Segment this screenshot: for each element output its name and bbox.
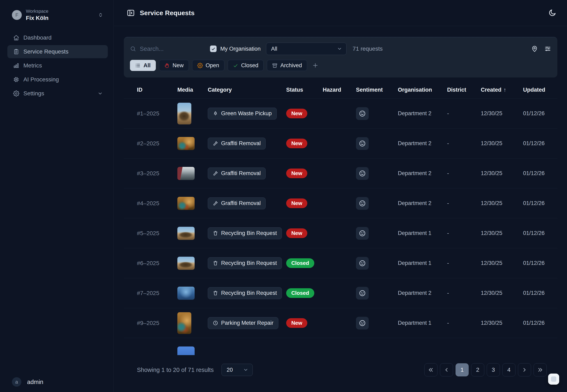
column-header-status[interactable]: Status	[286, 87, 323, 93]
media-thumbnail[interactable]	[177, 227, 194, 240]
district-cell: -	[447, 140, 481, 147]
filter-tab-archived[interactable]: Archived	[267, 60, 307, 71]
table-row[interactable]: #9–2025Parking Meter RepairNewDepartment…	[124, 308, 557, 338]
search-input[interactable]	[140, 45, 201, 52]
request-id: #7–2025	[137, 290, 177, 296]
media-thumbnail[interactable]	[177, 137, 194, 150]
table-row[interactable]: #6–2025Recycling Bin RequestClosedDepart…	[124, 248, 557, 278]
request-id: #2–2025	[137, 140, 177, 147]
page-header: Service Requests	[114, 0, 567, 26]
workspace-switcher[interactable]: F Workspace Fix Köln	[12, 9, 103, 21]
table-row-partial[interactable]	[124, 338, 557, 355]
sidebar-item-ai-processing[interactable]: AI Processing	[7, 73, 108, 86]
filter-tab-closed[interactable]: Closed	[228, 60, 264, 71]
column-header-updated[interactable]: Updated	[523, 87, 557, 93]
page-size-select[interactable]: 20	[222, 364, 253, 376]
clock-icon	[213, 320, 218, 326]
page-button-2[interactable]: 2	[471, 363, 484, 377]
table-row[interactable]: #1–2025Green Waste PickupNewDepartment 2…	[124, 98, 557, 128]
sentiment-neutral-button[interactable]	[356, 137, 369, 150]
meh-icon	[359, 110, 366, 117]
widget-logo	[551, 377, 556, 382]
column-header-id[interactable]: ID	[137, 87, 177, 93]
filter-tab-label: Archived	[280, 62, 302, 69]
table-row[interactable]: #5–2025Recycling Bin RequestNewDepartmen…	[124, 218, 557, 248]
column-header-created[interactable]: Created↑	[481, 87, 523, 93]
sidebar-item-settings[interactable]: Settings	[7, 87, 108, 100]
user-menu[interactable]: a admin	[12, 377, 43, 387]
table-header: IDMediaCategoryStatusHazardSentimentOrga…	[124, 81, 557, 98]
filter-settings-button[interactable]	[544, 45, 551, 52]
sidebar-item-label: AI Processing	[23, 76, 103, 83]
column-header-district[interactable]: District	[447, 87, 481, 93]
column-header-category[interactable]: Category	[208, 87, 286, 93]
category-label: Recycling Bin Request	[221, 230, 277, 236]
media-thumbnail[interactable]	[177, 347, 194, 355]
filter-tab-open[interactable]: Open	[192, 60, 224, 71]
column-header-hazard[interactable]: Hazard	[323, 87, 356, 93]
sidebar-item-service-requests[interactable]: Service Requests	[7, 45, 108, 58]
category-pill[interactable]: Graffiti Removal	[208, 138, 266, 150]
page-button-4[interactable]: 4	[502, 363, 515, 377]
category-label: Graffiti Removal	[221, 200, 261, 207]
sentiment-neutral-button[interactable]	[356, 107, 369, 120]
filter-tabs: AllNewOpenClosedArchived	[130, 60, 551, 71]
workspace-avatar: F	[12, 10, 22, 20]
sentiment-neutral-button[interactable]	[356, 197, 369, 210]
sidebar-item-metrics[interactable]: Metrics	[7, 59, 108, 72]
table-row[interactable]: #3–2025Graffiti RemovalNewDepartment 2-1…	[124, 158, 557, 188]
add-filter-tab-button[interactable]	[312, 62, 319, 69]
table-row[interactable]: #7–2025Recycling Bin RequestClosedDepart…	[124, 278, 557, 308]
column-header-organisation[interactable]: Organisation	[398, 87, 447, 93]
table-row[interactable]: #2–2025Graffiti RemovalNewDepartment 2-1…	[124, 128, 557, 158]
updated-cell: 01/12/26	[523, 140, 557, 147]
sidebar-item-dashboard[interactable]: Dashboard	[7, 31, 108, 44]
theme-toggle-button[interactable]	[548, 9, 556, 17]
category-pill[interactable]: Green Waste Pickup	[208, 108, 277, 120]
column-header-media[interactable]: Media	[177, 87, 208, 93]
table-row[interactable]: #4–2025Graffiti RemovalNewDepartment 2-1…	[124, 188, 557, 218]
media-thumbnail[interactable]	[177, 287, 194, 300]
chevron-left-icon	[443, 367, 449, 373]
last-page-button[interactable]	[534, 363, 547, 377]
column-header-sentiment[interactable]: Sentiment	[356, 87, 398, 93]
category-pill[interactable]: Graffiti Removal	[208, 168, 266, 179]
map-view-button[interactable]	[531, 45, 538, 52]
sentiment-neutral-button[interactable]	[356, 317, 369, 329]
category-pill[interactable]: Recycling Bin Request	[208, 227, 282, 239]
workspace-name: Fix Köln	[26, 15, 94, 21]
filter-tab-new[interactable]: New	[159, 60, 189, 71]
sort-asc-icon: ↑	[504, 87, 507, 93]
previous-page-button[interactable]	[440, 363, 453, 377]
updated-cell: 01/12/26	[523, 320, 557, 326]
sentiment-neutral-button[interactable]	[356, 257, 369, 270]
media-thumbnail[interactable]	[177, 103, 191, 125]
category-pill[interactable]: Recycling Bin Request	[208, 287, 282, 299]
category-pill[interactable]: Parking Meter Repair	[208, 317, 278, 329]
sidebar-collapse-button[interactable]	[127, 9, 135, 17]
sidebar-item-label: Metrics	[23, 62, 103, 69]
category-pill[interactable]: Recycling Bin Request	[208, 257, 282, 269]
sentiment-neutral-button[interactable]	[356, 287, 369, 300]
page-button-1[interactable]: 1	[456, 363, 469, 377]
sentiment-neutral-button[interactable]	[356, 227, 369, 240]
sidebar-item-label: Dashboard	[23, 34, 103, 41]
filter-tab-all[interactable]: All	[130, 60, 156, 71]
sidebar-item-label: Settings	[23, 90, 93, 97]
sentiment-neutral-button[interactable]	[356, 167, 369, 180]
chevron-down-icon	[243, 367, 248, 373]
updated-cell: 01/12/26	[523, 260, 557, 266]
media-thumbnail[interactable]	[177, 312, 191, 334]
sliders-icon	[544, 45, 551, 52]
page-button-3[interactable]: 3	[487, 363, 500, 377]
widget-launcher-button[interactable]	[548, 374, 559, 385]
first-page-button[interactable]	[424, 363, 437, 377]
organisation-select[interactable]: All	[266, 43, 346, 55]
next-page-button[interactable]	[518, 363, 531, 377]
media-thumbnail[interactable]	[177, 167, 194, 180]
my-organisation-filter[interactable]: My Organisation	[210, 45, 261, 52]
category-pill[interactable]: Graffiti Removal	[208, 197, 266, 209]
media-thumbnail[interactable]	[177, 257, 194, 270]
media-thumbnail[interactable]	[177, 197, 194, 210]
my-organisation-checkbox[interactable]	[210, 45, 217, 52]
